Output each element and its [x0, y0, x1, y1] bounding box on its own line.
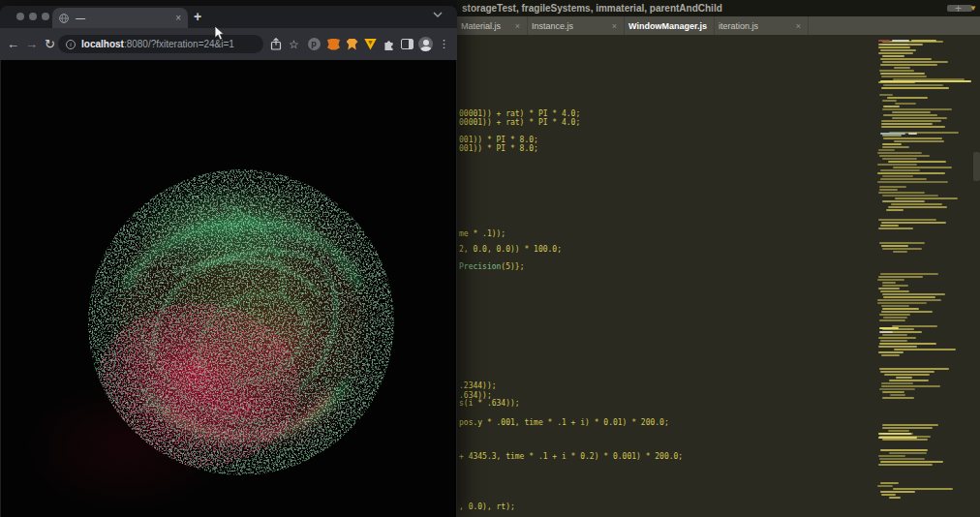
minimap-line [877, 164, 916, 166]
minimap-line [880, 273, 938, 275]
browser-tab-strip: — × + [0, 6, 457, 28]
code-line: + 4345.3, time * .1 + i * 0.2) * 0.001) … [459, 452, 683, 461]
minimap-line [882, 391, 904, 393]
minimap-line [882, 334, 907, 336]
reload-button[interactable]: ↻ [41, 37, 59, 51]
minimap-line [896, 377, 912, 379]
code-line: 00001)) + rat) * PI * 4.0; [459, 118, 580, 127]
minimap-line [880, 491, 914, 493]
close-window-icon[interactable] [16, 13, 24, 20]
minimap-line [878, 337, 917, 339]
minimap-line [881, 120, 940, 122]
editor-tab-label: iteration.js [719, 21, 758, 31]
url-text[interactable]: localhost:8080/?fxiteration=24&i=1 [81, 39, 234, 49]
minimap-line [888, 206, 947, 208]
minimap-line [881, 354, 900, 356]
minimap-line [878, 346, 917, 348]
minimap-line [880, 461, 943, 463]
minimap-line [882, 248, 921, 250]
minimap-line [878, 455, 905, 457]
fox-extension-icon[interactable] [324, 39, 343, 50]
share-icon[interactable] [266, 38, 285, 50]
minimap-line [880, 169, 920, 171]
minimap-line [878, 288, 900, 289]
browser-toolbar: ← → ↻ i localhost:8080/?fxiteration=24&i… [0, 28, 457, 60]
minimap-line [878, 46, 910, 48]
minimap-line [878, 464, 933, 466]
minimap-line [883, 84, 943, 86]
minimap-line [888, 430, 909, 432]
minimap-line [879, 327, 899, 329]
monkey-extension-icon[interactable] [343, 39, 361, 50]
minimap-line [878, 52, 913, 54]
screen: storageTest, fragileSystems, immaterial,… [0, 0, 980, 517]
minimap-line [879, 343, 936, 345]
editor-tab-overflow-button[interactable]: ▼ [969, 4, 977, 13]
minimap-line [889, 452, 927, 454]
minimap-line [882, 397, 914, 399]
code-line: pos.y * .001, time * .1 + i) * 0.01) * 2… [459, 418, 669, 427]
minimap-line [883, 317, 907, 319]
minimap-line [882, 143, 903, 145]
minimap-line [895, 103, 916, 105]
minimap-line [877, 172, 945, 174]
minimap-line [878, 149, 895, 151]
minimap-line [878, 351, 903, 353]
minimap-line [883, 114, 937, 116]
minimap-line [886, 209, 903, 211]
editor-minimap[interactable] [874, 39, 973, 503]
minimap-line [878, 437, 917, 439]
editor-tab-instance-js[interactable]: Instance.js× [528, 16, 625, 35]
minimap-line [882, 427, 933, 429]
code-line: me * .1)); [459, 229, 505, 238]
minimap-line [879, 70, 914, 72]
minimap-line [878, 44, 923, 46]
side-panel-icon[interactable] [398, 39, 416, 49]
minimap-line [880, 178, 927, 180]
minimize-window-icon[interactable] [29, 13, 37, 20]
tab-close-icon[interactable]: × [175, 13, 181, 23]
site-info-icon[interactable]: i [66, 40, 76, 49]
browser-window: — × + ← → ↻ i localhost:8080/?fxiteratio… [0, 6, 457, 517]
minimap-line [879, 314, 910, 316]
minimap-line [884, 374, 930, 376]
minimap-line [881, 245, 908, 247]
minimap-line [882, 424, 939, 426]
editor-tab-iteration-js[interactable]: iteration.js× [715, 16, 809, 35]
editor-tab-close-icon[interactable]: × [796, 21, 801, 31]
minimap-line [877, 181, 948, 183]
browser-tab[interactable]: — × [52, 8, 188, 28]
zoom-window-icon[interactable] [42, 13, 49, 20]
editor-window-title: storageTest, fragileSystems, immaterial,… [457, 3, 722, 14]
forward-button[interactable]: → [22, 37, 41, 51]
extension-p-icon[interactable]: p [303, 38, 324, 50]
new-tab-button[interactable]: + [194, 9, 201, 24]
editor-tab-close-icon[interactable]: × [612, 21, 617, 31]
profile-avatar-icon[interactable] [416, 37, 435, 51]
minimap-line [880, 225, 898, 227]
editor-scrollbar-thumb[interactable] [973, 152, 980, 181]
minimap-line [880, 64, 937, 66]
extensions-puzzle-icon[interactable] [380, 38, 398, 50]
editor-tab-material-js[interactable]: Material.js× [457, 16, 528, 35]
browser-menu-dots-icon[interactable]: ⋮ [435, 38, 453, 50]
bookmark-star-icon[interactable]: ☆ [285, 38, 303, 51]
minimap-line [880, 290, 909, 292]
editor-titlebar[interactable]: storageTest, fragileSystems, immaterial,… [457, 0, 980, 16]
editor-tab-windowmanager-js[interactable]: WindowManager.js× [625, 16, 715, 35]
back-button[interactable]: ← [4, 37, 22, 51]
minimap-line [879, 458, 925, 460]
minimap-line [877, 485, 892, 487]
tab-search-chevron-icon[interactable] [433, 12, 443, 17]
editor-new-tab-button[interactable]: + [955, 2, 962, 15]
page-viewport[interactable] [1, 60, 456, 517]
minimap-line [883, 106, 900, 107]
minimap-line [908, 133, 917, 135]
shield-triangle-extension-icon[interactable] [361, 39, 380, 50]
editor-tab-close-icon[interactable]: × [515, 21, 520, 31]
code-line: Precision(5)}; [459, 262, 524, 271]
address-bar[interactable]: i localhost:8080/?fxiteration=24&i=1 [58, 35, 263, 53]
minimap-line [882, 293, 945, 295]
minimap-line [892, 117, 946, 119]
minimap-line [881, 76, 927, 77]
